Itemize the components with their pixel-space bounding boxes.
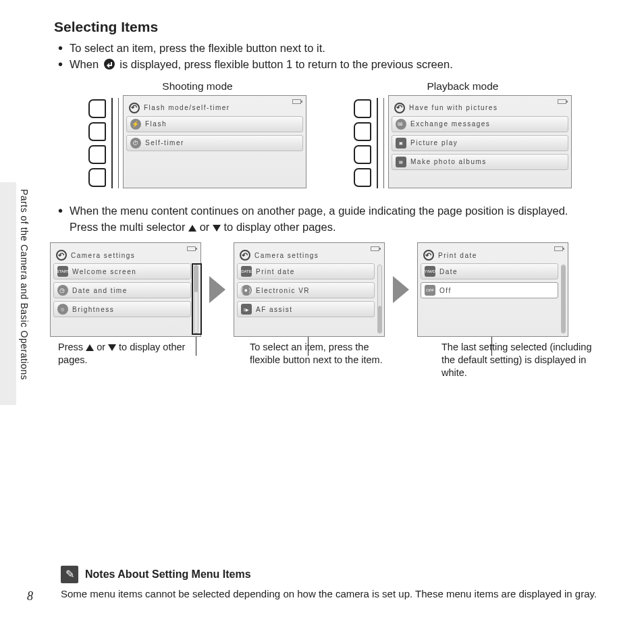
notes-title: Notes About Setting Menu Items: [85, 568, 251, 581]
menu-item-date-time[interactable]: ◷ Date and time: [53, 282, 191, 298]
flexible-button-4[interactable]: [354, 168, 371, 187]
menu-item-electronic-vr[interactable]: ((●)) Electronic VR: [237, 282, 375, 298]
camera-edge: [118, 98, 119, 188]
menu-item-label: Flash: [145, 120, 167, 128]
flexible-button-3[interactable]: [88, 145, 106, 164]
flexible-buttons-left: [88, 95, 106, 187]
menu-item-off[interactable]: OFF Off: [421, 282, 558, 298]
menu-item-label: Date and time: [72, 287, 128, 294]
menu-header-text: Camera settings: [254, 252, 319, 259]
scroll-track[interactable]: [377, 265, 382, 333]
flexible-button-3[interactable]: [354, 145, 371, 164]
menu-item-label: Exchange messages: [410, 120, 490, 128]
menu-item-label: Date: [439, 268, 458, 275]
scroll-thumb[interactable]: [378, 306, 381, 333]
camera-edge: [111, 98, 113, 188]
flexible-button-4[interactable]: [88, 168, 106, 187]
menu-item-exchange[interactable]: ✉ Exchange messages: [392, 116, 568, 132]
caption-1: Press or to display other pages.: [58, 341, 209, 379]
down-arrow-icon: [108, 344, 116, 351]
bullet-text: When the menu content continues on anoth…: [70, 203, 568, 218]
bullet-text-part: Press the multi selector: [70, 221, 188, 233]
down-arrow-icon: [213, 225, 221, 232]
battery-icon: [371, 246, 379, 251]
section-label: Parts of the Camera and Basic Operations: [19, 189, 30, 412]
flexible-button-1[interactable]: [354, 99, 371, 118]
callout-line: [308, 337, 308, 356]
scroll-track[interactable]: [561, 265, 566, 333]
flash-icon: ⚡: [130, 119, 141, 130]
lcd-screen-settings-2: ↶ Camera settings DATE Print date ((●)) …: [234, 242, 385, 337]
af-icon: ≡▶: [241, 304, 252, 315]
timer-icon: ⏱: [130, 138, 141, 149]
brightness-icon: ☼: [57, 304, 68, 315]
menu-item-label: Print date: [256, 268, 295, 275]
intro-bullets: To select an item, press the flexible bu…: [54, 41, 606, 72]
album-icon: ▤: [396, 157, 406, 167]
menu-item-label: Off: [439, 287, 452, 294]
menu-item-label: Brightness: [72, 306, 114, 313]
caption-text: Press: [58, 342, 86, 352]
lcd-screen-shooting: ↶ Flash mode/self-timer ⚡ Flash ⏱ Self-t…: [123, 95, 306, 188]
menu-item-picture-play[interactable]: ▣ Picture play: [392, 135, 568, 151]
battery-icon: [292, 99, 301, 104]
back-icon[interactable]: ↶: [423, 250, 434, 261]
start-icon: START: [57, 266, 68, 277]
side-tab: [0, 182, 16, 405]
bullet-item: When is displayed, press flexible button…: [54, 57, 606, 72]
lcd-screen-settings-3: ↶ Print date Y/M/D Date OFF Off: [417, 242, 568, 337]
back-icon[interactable]: ↶: [394, 103, 405, 113]
battery-icon: [558, 99, 566, 104]
notes-body: Some menu items cannot be selected depen…: [61, 587, 606, 601]
scroll-track[interactable]: [194, 265, 198, 333]
menu-item-brightness[interactable]: ☼ Brightness: [53, 301, 191, 317]
vr-icon: ((●)): [241, 285, 252, 296]
date-icon: DATE: [241, 266, 252, 277]
up-arrow-icon: [86, 344, 94, 351]
screen-label-playback: Playback mode: [427, 80, 499, 92]
menu-item-af-assist[interactable]: ≡▶ AF assist: [237, 301, 375, 317]
arrow-right-icon: [209, 276, 225, 303]
camera-edge: [383, 98, 384, 188]
flexible-button-1[interactable]: [88, 99, 106, 118]
flexible-button-2[interactable]: [354, 122, 371, 141]
menu-item-welcome[interactable]: START Welcome screen: [53, 263, 191, 279]
lcd-screen-playback: ↶ Have fun with pictures ✉ Exchange mess…: [388, 95, 572, 188]
callout-line: [491, 337, 492, 356]
menu-item-label: Self-timer: [145, 139, 184, 146]
bullet-item: When the menu content continues on anoth…: [54, 203, 606, 235]
menu-item-label: Electronic VR: [256, 287, 310, 294]
battery-icon: [187, 246, 196, 251]
menu-item-date[interactable]: Y/M/D Date: [421, 263, 558, 279]
messages-icon: ✉: [396, 119, 406, 130]
menu-item-label: Picture play: [410, 139, 458, 146]
ymd-icon: Y/M/D: [425, 266, 435, 277]
menu-item-print-date[interactable]: DATE Print date: [237, 263, 375, 279]
callout-line: [196, 337, 196, 356]
camera-edge: [377, 98, 378, 188]
arrow-right-icon: [393, 276, 409, 303]
scroll-thumb[interactable]: [194, 265, 198, 292]
menu-item-label: Welcome screen: [72, 268, 136, 275]
bullet-text-part: is displayed, press flexible button 1 to…: [119, 58, 452, 70]
bullet-item: To select an item, press the flexible bu…: [54, 41, 606, 55]
up-arrow-icon: [188, 225, 196, 232]
menu-item-flash[interactable]: ⚡ Flash: [126, 116, 303, 132]
back-icon[interactable]: ↶: [129, 103, 140, 113]
pencil-icon: ✎: [61, 566, 78, 583]
back-icon[interactable]: ↶: [56, 250, 67, 261]
page-title: Selecting Items: [54, 19, 606, 35]
caption-text: or: [97, 342, 108, 352]
battery-icon: [554, 246, 563, 251]
lcd-screen-settings-1: ↶ Camera settings START Welcome screen ◷…: [50, 242, 201, 337]
page-number: 8: [27, 589, 33, 603]
caption-3: The last setting selected (including the…: [441, 341, 593, 379]
back-icon[interactable]: ↶: [240, 250, 250, 261]
menu-item-self-timer[interactable]: ⏱ Self-timer: [126, 135, 303, 151]
menu-header-text: Print date: [438, 252, 477, 259]
clock-icon: ◷: [57, 285, 68, 296]
scroll-thumb[interactable]: [562, 265, 565, 333]
menu-item-albums[interactable]: ▤ Make photo albums: [392, 154, 568, 170]
bullet-text-part: or: [200, 221, 213, 233]
flexible-button-2[interactable]: [88, 122, 106, 141]
